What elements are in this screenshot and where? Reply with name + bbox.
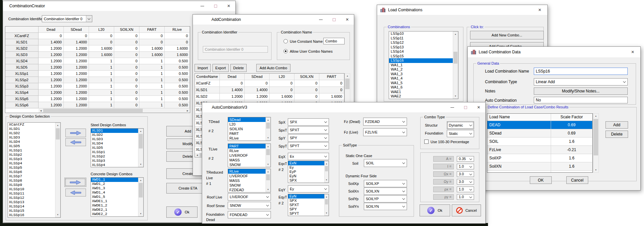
list-item[interactable]: WA1_1 bbox=[389, 63, 458, 68]
ok-button[interactable]: OK bbox=[530, 176, 552, 184]
list-item[interactable]: SPX bbox=[288, 198, 329, 203]
close-button[interactable]: ✕ bbox=[222, 1, 235, 11]
import-button[interactable]: Import bbox=[195, 64, 211, 72]
table-row[interactable]: XLSSp4 1.2000 1.2000 1 0 1 0.500 bbox=[5, 89, 190, 96]
list-item[interactable]: XLSSp12 bbox=[8, 196, 60, 200]
move-to-concrete-button[interactable] bbox=[64, 178, 86, 187]
list-item[interactable]: FZDEAD bbox=[228, 188, 271, 192]
foundation-dead-select[interactable]: FDNDEAD bbox=[228, 211, 271, 218]
table-row[interactable]: XCantFZ 0 0 0 0 0 0 bbox=[5, 33, 190, 39]
horizontal-scrollbar[interactable]: ◀ ▶ bbox=[39, 108, 190, 113]
list-item[interactable]: XLSD4 bbox=[8, 140, 60, 144]
list-item[interactable]: SPXT bbox=[288, 203, 329, 207]
scrollbar-thumb[interactable] bbox=[325, 199, 328, 204]
cancel-button[interactable]: Cancel bbox=[566, 176, 588, 184]
list-item[interactable]: LIVEROOF bbox=[228, 153, 271, 158]
list-item[interactable]: MASS bbox=[228, 178, 271, 183]
list-item[interactable]: XWD1_1 bbox=[91, 178, 143, 182]
title-bar[interactable]: AutoCombinationV3 bbox=[202, 102, 485, 112]
all-combos-list[interactable]: XCantFZXLSD1XLSD2XLSD3XLSD4XLSD5XLSSp1XL… bbox=[8, 122, 61, 218]
list-item[interactable]: SOILXN bbox=[228, 127, 271, 131]
parameter-spinner[interactable]: 1.0 bbox=[457, 194, 474, 200]
export-button[interactable]: Export bbox=[212, 64, 229, 72]
scroll-left-icon[interactable]: ◀ bbox=[195, 153, 200, 157]
list-item[interactable]: XLSD3 bbox=[91, 137, 143, 141]
list-item[interactable]: SNOW bbox=[228, 183, 271, 188]
list-item[interactable]: WA1_6 bbox=[389, 85, 458, 90]
table-row[interactable]: XLSD4 1.2000 1.2000 1 0 1 0.500 bbox=[5, 58, 190, 64]
parameter-spinner[interactable]: 3.0 bbox=[457, 179, 474, 185]
list-item[interactable]: XLSSp5 bbox=[8, 166, 60, 170]
vertical-scrollbar[interactable]: ▲ ▼ bbox=[266, 117, 271, 141]
spxt-select[interactable]: SPXT bbox=[288, 126, 329, 134]
list-item[interactable]: LSSp11 bbox=[389, 36, 458, 41]
scrollbar-thumb[interactable] bbox=[56, 128, 60, 140]
list-item[interactable]: SPYT bbox=[288, 211, 329, 216]
list-item[interactable]: LIVEROOF bbox=[228, 174, 271, 178]
table-row[interactable]: XLSSp1 1.2000 1.2000 1 0 1 0.500 bbox=[5, 71, 190, 77]
list-item[interactable]: XWDE2_1 bbox=[91, 208, 143, 212]
list-item[interactable]: PART bbox=[228, 144, 271, 148]
table-row[interactable]: XLSD1 1.4000 1.4000 0 0 0 bbox=[195, 87, 344, 93]
table-row[interactable]: FzLive -0.21 bbox=[487, 146, 593, 154]
list-item[interactable]: XLSSp9 bbox=[8, 183, 60, 187]
parameter-spinner[interactable]: 1.0 bbox=[457, 164, 474, 169]
scroll-up-icon[interactable]: ▲ bbox=[325, 161, 328, 166]
list-item[interactable]: LSSp10 bbox=[389, 31, 458, 36]
list-item[interactable]: EyN bbox=[288, 174, 329, 178]
list-item[interactable]: XLSD4 bbox=[91, 141, 143, 146]
list-item[interactable]: XLSSp6 bbox=[8, 170, 60, 174]
use-100-30-checkbox[interactable] bbox=[424, 140, 429, 144]
table-row[interactable]: XLSD3 1.2000 1.2000 1.6000 0 1.6000 1.60… bbox=[5, 52, 190, 58]
cancel-button[interactable]: Cancel bbox=[452, 204, 481, 216]
scroll-down-icon[interactable]: ▼ bbox=[325, 178, 328, 182]
identifier-field[interactable]: Combination Identifier 0 bbox=[203, 46, 268, 53]
move-to-steel-button[interactable] bbox=[65, 129, 86, 137]
parameter-spinner[interactable]: 3.0 bbox=[457, 171, 474, 177]
vertical-scrollbar[interactable]: ▲ ▼ bbox=[324, 161, 329, 183]
list-item[interactable]: XLSSp4 bbox=[8, 161, 60, 166]
list-item[interactable]: ExN bbox=[288, 161, 329, 165]
combination-type-select[interactable]: Linear Add bbox=[534, 78, 628, 85]
scroll-down-icon[interactable]: ▼ bbox=[593, 168, 599, 172]
scrollbar-thumb[interactable] bbox=[43, 109, 143, 112]
list-item[interactable]: XLSD2 bbox=[91, 133, 143, 137]
list-item[interactable]: XLSSp13 bbox=[8, 200, 60, 204]
add-load-button[interactable]: Add bbox=[605, 121, 628, 129]
list-item[interactable]: L20 bbox=[228, 122, 271, 127]
remove-from-concrete-button[interactable] bbox=[65, 189, 86, 197]
scroll-up-icon[interactable]: ▲ bbox=[345, 74, 350, 78]
ok-button[interactable]: ✓ Ok bbox=[166, 206, 198, 218]
list-item[interactable]: XLSSp8 bbox=[8, 179, 60, 183]
scroll-up-icon[interactable]: ▲ bbox=[266, 118, 270, 122]
list-item[interactable]: XLSSp15 bbox=[8, 209, 60, 213]
list-item[interactable]: XWD1_5 bbox=[91, 195, 143, 199]
table-row[interactable]: DEAD 0.69 bbox=[487, 121, 593, 129]
vertical-scrollbar[interactable]: ▲ ▼ bbox=[266, 144, 271, 167]
list-item[interactable]: XLSSp7 bbox=[8, 174, 60, 179]
list-item[interactable]: LSSp12 bbox=[389, 40, 458, 45]
fz-dead-select[interactable]: FZDEAD bbox=[363, 118, 407, 126]
table-row[interactable]: SoilXP 1.6 bbox=[487, 154, 593, 162]
eqxt-list[interactable]: ExNEyEyPEyNSPX bbox=[288, 161, 329, 183]
delete-button[interactable]: Delete bbox=[230, 64, 247, 72]
list-item[interactable]: EyN bbox=[288, 194, 329, 198]
table-row[interactable]: SoilYP 1.6 bbox=[487, 171, 593, 173]
scrollbar-thumb[interactable] bbox=[266, 123, 270, 129]
parameter-spinner[interactable]: 0.35 bbox=[457, 156, 474, 162]
list-item[interactable]: LSSp14 bbox=[389, 49, 458, 54]
list-item[interactable]: SNOW bbox=[228, 162, 271, 167]
scrollbar-thumb[interactable] bbox=[594, 119, 598, 155]
scroll-up-icon[interactable]: ▲ bbox=[138, 178, 143, 183]
list-item[interactable]: LSSp16 bbox=[389, 58, 458, 63]
vertical-scrollbar[interactable]: ▲ ▼ bbox=[453, 31, 458, 99]
treduced-live-list[interactable]: RLiveLIVEROOFMASSSNOWFZDEAD bbox=[228, 169, 271, 193]
list-item[interactable]: XWDE1_2 bbox=[91, 203, 143, 208]
soilyn-select[interactable]: SOILYN bbox=[364, 203, 407, 210]
maximize-button[interactable] bbox=[459, 102, 472, 112]
tdead-list[interactable]: SDeadL20SOILXNPARTRLive bbox=[228, 117, 271, 141]
eqx-select[interactable]: Ex bbox=[288, 153, 329, 160]
list-item[interactable]: XLSSp16 bbox=[8, 213, 60, 217]
list-item[interactable]: RLive bbox=[228, 148, 271, 153]
dropdown-button[interactable] bbox=[86, 16, 92, 22]
